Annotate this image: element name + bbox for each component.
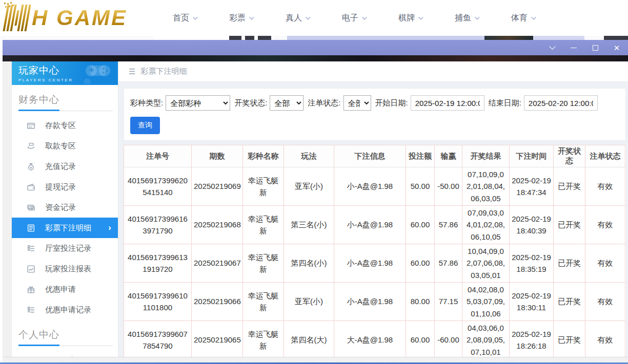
sidebar-item-label: 优惠申请 [45,285,76,294]
table-cell: 第四名(小) [284,244,334,283]
table-cell: 第三名(小) [284,206,334,244]
money-bag-icon [27,162,35,171]
sidebar-item-promo-apply-records[interactable]: 优惠申请记录 [12,299,118,320]
withdraw-icon [27,142,35,151]
nav-item-board-games[interactable]: 棋牌 [382,13,438,24]
order-status-label: 注单状态: [308,98,340,108]
background-page-strip [0,36,628,40]
order-status-select[interactable]: 全部 [343,95,371,111]
sidebar: 玩家中心 PLAYERS CENTER [12,61,118,357]
logo-striped-h-icon [5,4,29,32]
table-cell: 2025-02-19 18:47:34 [510,167,554,206]
draw-status-label: 开奖状态: [234,98,267,108]
sidebar-item-funds-records[interactable]: 资金记录 [12,197,118,218]
column-header: 彩种名称 [243,145,284,167]
chevron-down-icon [249,15,254,20]
chevron-down-icon [306,15,311,20]
nav-label: 首页 [173,13,189,24]
site-logo[interactable]: H GAME [5,2,127,34]
table-cell: 401569173996101101800 [124,283,192,321]
sidebar-item-promo-apply[interactable]: 优惠申请 [12,279,118,299]
table-cell: 幸运飞艇新 [243,167,284,206]
table-cell: 60.00 [406,321,435,357]
sidebar-item-deposit-zone[interactable]: 存款专区 [12,115,118,136]
breadcrumb: ☰ 彩票下注明细 [118,61,628,82]
chevron-down-icon [531,15,536,20]
nav-item-live[interactable]: 真人 [269,13,326,24]
sidebar-item-recharge-records[interactable]: 充值记录 [12,156,118,177]
table-row: 40156917399616397179020250219068幸运飞艇新第三名… [124,206,625,244]
nav-item-sports[interactable]: 体育 [495,13,551,24]
end-date-input[interactable] [524,95,598,111]
table-cell: 幸运飞艇新 [243,244,284,283]
banknotes-icon [27,203,35,212]
nav-label: 彩票 [229,13,246,24]
window-close-button[interactable]: ✕ [613,44,621,52]
table-cell: 77.15 [435,283,462,321]
chevron-right-icon: › [108,223,111,233]
table-cell: 大-A盘@1.98 [334,321,406,357]
column-header: 下注时间 [510,145,554,167]
sidebar-item-label: 资金记录 [45,203,76,212]
table-cell: 小-A盘@1.98 [334,244,406,283]
table-cell: 07,09,03,04,01,02,08,06,10,05 [462,206,510,244]
table-cell: 已开奖 [554,244,585,283]
nav-item-fishing[interactable]: 捕鱼 [438,13,495,24]
window-maximize-button[interactable] [591,44,599,52]
query-button[interactable]: 查询 [130,117,160,134]
sidebar-item-lottery-bet-detail[interactable]: 彩票下注明细› [12,218,118,238]
table-cell: 10,04,09,02,07,06,08,03,05,01 [462,244,510,283]
screen: H GAME 首页 彩票 真人 电子 棋牌 捕鱼 体育 ✕ [0,0,628,364]
column-header: 开奖状态 [554,145,585,167]
section-title-finance: 财务中心 [18,93,113,106]
draw-status-select[interactable]: 全部 [270,95,303,111]
start-date-input[interactable] [411,95,484,111]
table-cell: 401569173996131919720 [124,244,192,283]
table-cell: -50.00 [435,167,462,206]
nav-label: 捕鱼 [455,13,471,24]
close-icon: ✕ [614,44,620,52]
sidebar-item-label: 取款专区 [45,141,76,151]
column-header: 期数 [192,145,243,167]
left-gutter [3,61,12,357]
nav-item-home[interactable]: 首页 [156,13,213,24]
window-titlebar[interactable]: ✕ [3,40,628,55]
nav-item-slots[interactable]: 电子 [326,13,382,24]
content-area: 彩种类型: 全部彩种 开奖状态: 全部 注单状态: 全部 [118,82,628,357]
table-cell: 亚军(小) [284,167,334,206]
nav-item-lottery[interactable]: 彩票 [213,13,269,24]
table-cell: 有效 [585,244,625,283]
window-minimize-button[interactable] [570,44,578,52]
sidebar-item-withdraw-zone[interactable]: 取款专区 [12,136,118,156]
window-collapse-button[interactable] [548,44,556,52]
sidebar-section-finance: 财务中心 存款专区取款专区充值记录提现记录资金记录彩票下注明细›厅室投注记录玩家… [12,93,118,320]
sidebar-item-message-announcements[interactable]: 消息公告 [12,350,118,357]
table-cell: 401569173996205415140 [124,167,192,206]
table-cell: 20250219067 [192,244,243,283]
table-cell: -60.00 [435,321,462,357]
table-cell: 已开奖 [554,167,585,206]
column-header: 输赢 [435,145,462,167]
column-header: 注单号 [124,145,192,167]
chevron-down-icon [549,43,556,50]
table-cell: 有效 [585,206,625,244]
start-date-label: 开始日期: [375,98,408,108]
maximize-icon [593,45,598,51]
clipped-banner-image [3,55,628,61]
table-cell: 幸运飞艇新 [243,206,284,244]
window-bottom-strip [3,357,628,362]
sidebar-header: 玩家中心 PLAYERS CENTER [12,61,118,85]
wallet-icon [27,183,35,191]
section-underline [18,110,113,111]
sidebar-item-hall-bet-records[interactable]: 厅室投注记录 [12,238,118,259]
column-header: 下注信息 [334,145,406,167]
lottery-type-select[interactable]: 全部彩种 [166,95,230,111]
hamburger-menu-icon[interactable]: ☰ [129,67,135,76]
table-cell: 20250219068 [192,206,243,244]
table-cell: 57.86 [435,206,462,244]
sidebar-item-withdrawal-records[interactable]: 提现记录 [12,177,118,197]
table-cell: 幸运飞艇新 [243,321,284,357]
sidebar-item-player-bet-report[interactable]: 玩家投注报表 [12,259,118,279]
nav-label: 电子 [342,13,358,24]
table-cell: 57.86 [435,244,462,283]
